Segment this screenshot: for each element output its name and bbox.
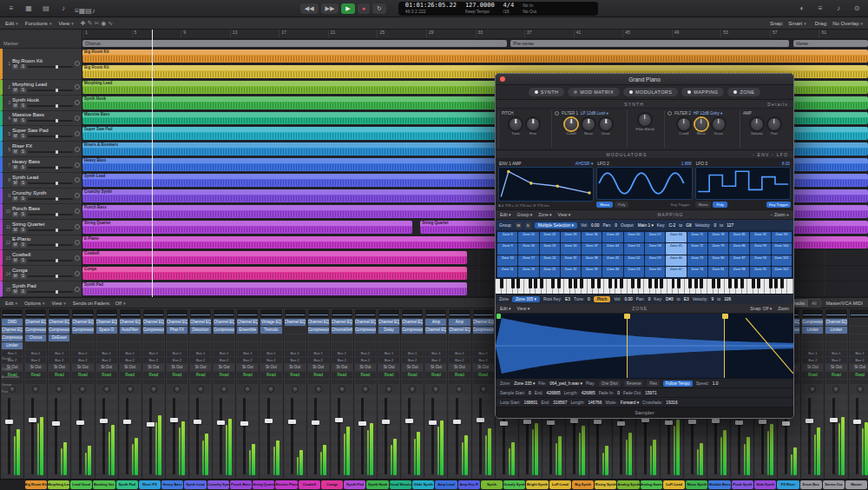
zone-cell[interactable]: Zone 87: [729, 255, 749, 266]
piano-key-black[interactable]: [569, 279, 572, 288]
output-slot[interactable]: St Out: [49, 364, 69, 371]
piano-key-black[interactable]: [608, 279, 612, 288]
pan-knob[interactable]: [127, 386, 134, 393]
play-button[interactable]: ▶: [341, 3, 354, 14]
tab-mod-matrix[interactable]: MOD MATRIX: [568, 88, 620, 96]
track-chip[interactable]: Synth: [481, 480, 503, 489]
output-slot[interactable]: St Out: [285, 364, 306, 371]
piano-key-black[interactable]: [557, 279, 561, 288]
send-slot[interactable]: Bus 2: [285, 357, 306, 363]
output-slot[interactable]: St Out: [473, 364, 494, 371]
zone-cell[interactable]: Zone 64: [666, 232, 686, 242]
track-chip[interactable]: Growly Synth: [503, 480, 525, 489]
details-button[interactable]: Details: [767, 102, 788, 107]
group-slot[interactable]: [332, 380, 352, 384]
mute-button[interactable]: M: [12, 134, 18, 139]
pan-knob[interactable]: [480, 386, 487, 393]
pan-knob[interactable]: [432, 386, 439, 393]
automation-mode-button[interactable]: Read: [850, 372, 868, 379]
mute-button[interactable]: M: [12, 103, 18, 109]
plugin-slot[interactable]: Tremolo: [260, 327, 281, 334]
track-chip[interactable]: Synth Pad: [116, 480, 138, 489]
send-slot[interactable]: Bus 2: [332, 357, 352, 363]
drag-menu[interactable]: Drag: No Overlap▾: [815, 21, 863, 26]
track-chip[interactable]: Drum Bus: [800, 480, 822, 489]
plugin-slot[interactable]: Distortion: [190, 327, 211, 334]
group-slot[interactable]: [25, 380, 46, 384]
pan-knob[interactable]: [174, 386, 181, 393]
automation-mode-button[interactable]: Read: [167, 372, 187, 379]
fader-handle[interactable]: [240, 421, 248, 426]
pan-knob[interactable]: [150, 386, 157, 393]
record-enable-icon[interactable]: [75, 61, 80, 66]
plugin-slot[interactable]: Channel EQ: [402, 319, 423, 326]
zone-cell[interactable]: Zone 53: [624, 267, 644, 277]
pan-knob[interactable]: [79, 386, 86, 393]
send-slot[interactable]: Bus 1: [449, 350, 470, 356]
zone-cell[interactable]: Zone 22: [540, 232, 560, 242]
solo-button[interactable]: S: [20, 212, 26, 217]
zone-cell[interactable]: Zone 18: [518, 267, 538, 277]
zone-cell[interactable]: Zone 81: [708, 267, 728, 277]
eq-thumbnail[interactable]: [72, 309, 93, 318]
zone-cell[interactable]: Zone 8: [497, 232, 517, 242]
track-header[interactable]: 9Crunchy SynthMS: [0, 189, 82, 204]
group-output-menu[interactable]: Main 1 ▾: [638, 223, 654, 228]
automation-mode-button[interactable]: Read: [214, 372, 234, 379]
send-slot[interactable]: Bus 2: [449, 357, 470, 363]
send-slot[interactable]: Bus 1: [473, 350, 494, 356]
plugin-slot[interactable]: Limiter: [2, 342, 23, 349]
automation-mode-button[interactable]: Read: [96, 372, 117, 379]
zone-cell[interactable]: Zone 72: [687, 243, 707, 254]
track-chip[interactable]: Big Synth: [572, 480, 594, 489]
track-header[interactable]: 6Riser FXMS: [0, 142, 82, 157]
fader-handle[interactable]: [453, 420, 461, 424]
zone-cell[interactable]: Zone 9: [497, 243, 517, 254]
fader-handle[interactable]: [147, 422, 155, 427]
fader-handle[interactable]: [312, 420, 319, 425]
zone-cell[interactable]: Zone 23: [540, 243, 560, 254]
modulator-graph[interactable]: [596, 167, 692, 200]
solo-button[interactable]: S: [20, 118, 26, 123]
tab-zone[interactable]: ZONE: [727, 88, 760, 96]
pan-knob[interactable]: [832, 386, 839, 393]
piano-key-black[interactable]: [511, 279, 515, 288]
record-enable-icon[interactable]: [75, 255, 80, 261]
mixer-edit-menu[interactable]: Edit▾: [5, 301, 17, 306]
fader-handle[interactable]: [29, 418, 36, 422]
output-slot[interactable]: St Out: [402, 364, 423, 371]
sends-on-faders-menu[interactable]: Sends on Faders: Off▾: [73, 301, 126, 306]
lcd-position[interactable]: 46 3 2 222: [405, 9, 457, 15]
plugin-slot[interactable]: Channel EQ: [355, 319, 376, 326]
fader-handle[interactable]: [405, 419, 413, 423]
mute-button[interactable]: M: [12, 165, 18, 170]
track-chip[interactable]: Amp Key R: [458, 480, 480, 489]
flex-button[interactable]: Flex: [647, 381, 660, 387]
volume-knob[interactable]: [751, 118, 763, 130]
eq-thumbnail[interactable]: [25, 309, 46, 318]
sample-file-menu[interactable]: 064_ped_h.wav ▾: [549, 381, 582, 386]
mapping-zoom-control[interactable]: − Zoom +: [771, 212, 789, 217]
track-header[interactable]: 3Synth HookMS: [0, 96, 82, 111]
plugin-slot[interactable]: Channel EQ: [237, 319, 258, 326]
send-slot[interactable]: Bus 2: [402, 357, 423, 363]
mod-filter-toggle[interactable]: ◦ ENV: [753, 152, 769, 157]
pan-knob[interactable]: [409, 386, 416, 393]
eq-thumbnail[interactable]: [143, 309, 164, 318]
pan-knob[interactable]: [857, 386, 864, 393]
piano-key-black[interactable]: [769, 279, 773, 288]
loop-mode-menu[interactable]: Forward ▾: [621, 401, 639, 405]
group-slot[interactable]: [355, 380, 376, 384]
track-chip[interactable]: Conga: [321, 480, 343, 489]
zone-cell[interactable]: Zone 15: [518, 232, 538, 242]
eq-thumbnail[interactable]: [260, 309, 281, 318]
zone-cell[interactable]: Zone 95: [750, 267, 770, 277]
plugin-slot[interactable]: Channel EQ: [96, 319, 117, 326]
track-header[interactable]: 12E-PianoMS: [0, 235, 82, 251]
record-enable-icon[interactable]: [75, 131, 80, 136]
plugin-slot[interactable]: Channel EQ: [473, 319, 494, 326]
send-slot[interactable]: Bus 1: [237, 350, 258, 356]
mute-button[interactable]: M: [12, 181, 18, 186]
track-chip[interactable]: LoFi Lead: [663, 480, 685, 489]
send-slot[interactable]: Bus 2: [308, 357, 329, 363]
